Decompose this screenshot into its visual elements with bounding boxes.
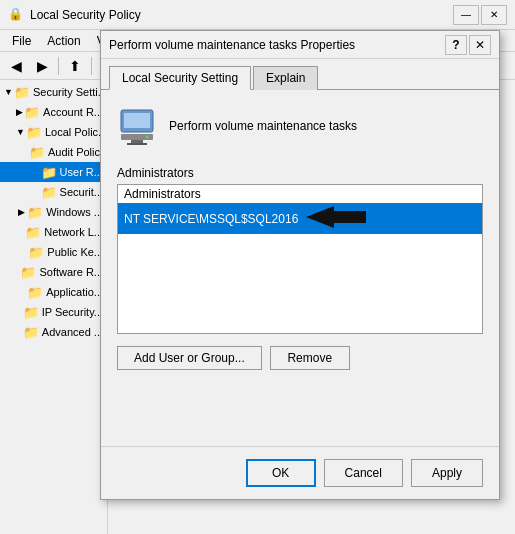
- sidebar-item-local-policies[interactable]: ▼ 📁 Local Polic...: [0, 122, 107, 142]
- sidebar-label: Applicatio...: [46, 286, 103, 298]
- folder-icon: 📁: [24, 104, 40, 120]
- left-arrow-icon: [306, 205, 366, 229]
- sidebar-label: Local Polic...: [45, 126, 107, 138]
- dialog-title-bar: Perform volume maintenance tasks Propert…: [101, 31, 499, 59]
- tab-explain[interactable]: Explain: [253, 66, 318, 90]
- toolbar-separator-2: [91, 57, 92, 75]
- expand-arrow: [16, 226, 24, 238]
- nt-service-label: NT SERVICE\MSSQL$SQL2016: [124, 212, 298, 226]
- sidebar-item-user-rights[interactable]: 📁 User R...: [0, 162, 107, 182]
- expand-arrow: [16, 286, 26, 298]
- sidebar-label: Security Setti...: [33, 86, 107, 98]
- sidebar-item-account[interactable]: ▶ 📁 Account R...: [0, 102, 107, 122]
- sidebar-label: Software R...: [39, 266, 103, 278]
- up-button[interactable]: ⬆: [63, 55, 87, 77]
- menu-action[interactable]: Action: [39, 32, 88, 50]
- policy-name: Perform volume maintenance tasks: [169, 119, 357, 133]
- sidebar-item-audit[interactable]: 📁 Audit Polic...: [0, 142, 107, 162]
- folder-icon: 📁: [23, 304, 39, 320]
- forward-button[interactable]: ▶: [30, 55, 54, 77]
- folder-icon: 📁: [14, 84, 30, 100]
- expand-arrow: [28, 166, 40, 178]
- remove-button[interactable]: Remove: [270, 346, 350, 370]
- svg-marker-6: [306, 206, 366, 228]
- svg-rect-4: [131, 140, 143, 143]
- expand-arrow: ▼: [4, 86, 13, 98]
- dialog-close-button[interactable]: ✕: [469, 35, 491, 55]
- expand-arrow: [16, 266, 19, 278]
- tab-local-security-setting[interactable]: Local Security Setting: [109, 66, 251, 90]
- dialog-content: Perform volume maintenance tasks Adminis…: [101, 89, 499, 386]
- ok-button[interactable]: OK: [246, 459, 316, 487]
- sidebar-label: Audit Polic...: [48, 146, 107, 158]
- folder-icon: 📁: [27, 204, 43, 220]
- server-icon: [117, 106, 157, 146]
- sidebar-item-application[interactable]: 📁 Applicatio...: [0, 282, 107, 302]
- sidebar-label: Public Ke...: [47, 246, 103, 258]
- user-group-listbox[interactable]: Administrators NT SERVICE\MSSQL$SQL2016: [117, 184, 483, 334]
- dialog-footer: OK Cancel Apply: [101, 446, 499, 499]
- sidebar-item-windows-firewall[interactable]: ▶ 📁 Windows ...: [0, 202, 107, 222]
- dialog-overlay: Perform volume maintenance tasks Propert…: [100, 0, 515, 534]
- sidebar: ▼ 📁 Security Setti... ▶ 📁 Account R... ▼…: [0, 80, 108, 534]
- sidebar-label: IP Security...: [42, 306, 103, 318]
- folder-icon: 📁: [41, 164, 57, 180]
- dialog-controls: ? ✕: [445, 35, 491, 55]
- properties-dialog: Perform volume maintenance tasks Propert…: [100, 30, 500, 500]
- folder-icon: 📁: [28, 244, 44, 260]
- list-item-administrators[interactable]: Administrators: [118, 185, 482, 203]
- folder-icon: 📁: [23, 324, 39, 340]
- sidebar-item-network[interactable]: 📁 Network L...: [0, 222, 107, 242]
- add-user-group-button[interactable]: Add User or Group...: [117, 346, 262, 370]
- policy-icon: [117, 106, 157, 146]
- back-button[interactable]: ◀: [4, 55, 28, 77]
- expand-arrow: ▶: [16, 106, 23, 118]
- app-icon: 🔒: [8, 7, 24, 23]
- cancel-button[interactable]: Cancel: [324, 459, 403, 487]
- menu-file[interactable]: File: [4, 32, 39, 50]
- arrow-annotation: [306, 205, 366, 232]
- expand-arrow: [28, 186, 40, 198]
- folder-icon: 📁: [27, 284, 43, 300]
- apply-button[interactable]: Apply: [411, 459, 483, 487]
- folder-icon: 📁: [29, 144, 45, 160]
- toolbar-separator: [58, 57, 59, 75]
- sidebar-label: Account R...: [43, 106, 103, 118]
- svg-point-3: [146, 136, 149, 139]
- dialog-help-button[interactable]: ?: [445, 35, 467, 55]
- sidebar-item-public-key[interactable]: 📁 Public Ke...: [0, 242, 107, 262]
- sidebar-label: User R...: [60, 166, 103, 178]
- folder-icon: 📁: [41, 184, 57, 200]
- sidebar-item-advanced[interactable]: 📁 Advanced ...: [0, 322, 107, 342]
- folder-icon: 📁: [26, 124, 42, 140]
- sidebar-item-security-settings[interactable]: ▼ 📁 Security Setti...: [0, 82, 107, 102]
- main-window: 🔒 Local Security Policy — ✕ File Action …: [0, 0, 515, 534]
- content-area: ▼ 📁 Security Setti... ▶ 📁 Account R... ▼…: [0, 80, 515, 534]
- sidebar-item-security-options[interactable]: 📁 Securit...: [0, 182, 107, 202]
- expand-arrow: ▶: [16, 206, 26, 218]
- dialog-tabs: Local Security Setting Explain: [101, 59, 499, 89]
- action-buttons: Add User or Group... Remove: [117, 346, 483, 370]
- listbox-label: Administrators: [117, 166, 483, 180]
- svg-rect-5: [127, 143, 147, 145]
- policy-header: Perform volume maintenance tasks: [117, 106, 483, 146]
- list-item-nt-service[interactable]: NT SERVICE\MSSQL$SQL2016: [118, 203, 482, 234]
- sidebar-label: Securit...: [60, 186, 103, 198]
- sidebar-label: Advanced ...: [42, 326, 103, 338]
- expand-arrow: ▼: [16, 126, 25, 138]
- svg-rect-1: [124, 113, 150, 128]
- expand-arrow: [16, 246, 27, 258]
- dialog-title: Perform volume maintenance tasks Propert…: [109, 38, 445, 52]
- expand-arrow: [16, 306, 22, 318]
- sidebar-label: Windows ...: [46, 206, 103, 218]
- folder-icon: 📁: [25, 224, 41, 240]
- sidebar-label: Network L...: [44, 226, 103, 238]
- expand-arrow: [16, 326, 22, 338]
- folder-icon: 📁: [20, 264, 36, 280]
- sidebar-item-ip-security[interactable]: 📁 IP Security...: [0, 302, 107, 322]
- sidebar-item-software[interactable]: 📁 Software R...: [0, 262, 107, 282]
